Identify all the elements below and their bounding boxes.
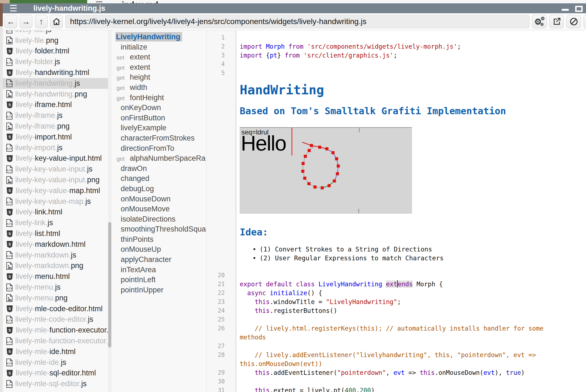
- block-button[interactable]: [566, 15, 581, 28]
- outline-item[interactable]: debugLog: [112, 184, 206, 194]
- outline-item[interactable]: changed: [112, 173, 206, 184]
- background-tab-title: index.md: [122, 0, 158, 3]
- outline-item[interactable]: pointInLeft: [112, 275, 206, 285]
- outline-item[interactable]: smoothingThresholdSqua: [112, 224, 206, 234]
- file-item[interactable]: lively-menu.png: [3, 293, 108, 303]
- outline-item[interactable]: LivelyHandwriting: [112, 32, 206, 42]
- outline-item[interactable]: setextent: [112, 52, 206, 62]
- file-item[interactable]: 5lively-menu.html: [3, 271, 108, 282]
- js-file-icon: </>: [6, 315, 13, 324]
- outline-item[interactable]: initialize: [112, 42, 206, 52]
- outline-item[interactable]: onFirstButton: [112, 113, 206, 123]
- outline-item[interactable]: drawOn: [112, 163, 206, 174]
- file-item[interactable]: lively-key-value-input.png: [3, 175, 108, 185]
- outline-item[interactable]: pointInUpper: [112, 285, 206, 295]
- file-item[interactable]: </>lively-handwriting.js: [3, 78, 108, 89]
- open-external-button[interactable]: [549, 15, 564, 28]
- sidebar-scrollbar-thumb[interactable]: [108, 222, 111, 347]
- line-number: 21: [206, 280, 236, 289]
- file-item[interactable]: 5lively-import.html: [3, 132, 108, 142]
- outline-item[interactable]: thinPoints: [112, 234, 206, 245]
- back-button[interactable]: ←: [4, 15, 17, 28]
- file-item[interactable]: lively-file.png: [3, 35, 108, 46]
- file-item[interactable]: </>lively-iframe.js: [3, 110, 108, 121]
- bottom-tick-mark: [358, 209, 359, 213]
- js-file-icon: </>: [6, 380, 13, 388]
- file-item[interactable]: 5lively-mle-ide.html: [3, 346, 108, 357]
- js-file-icon: </>: [6, 197, 13, 206]
- code-line: 5: [206, 69, 586, 77]
- file-item[interactable]: </>lively-link.js: [3, 217, 108, 228]
- img-file-icon: [6, 90, 13, 98]
- outline-item[interactable]: characterFromStrokes: [112, 133, 206, 143]
- outline-item[interactable]: isolateDirections: [112, 214, 206, 224]
- file-item[interactable]: </>lively-menu.js: [3, 282, 108, 293]
- file-item[interactable]: 5lively-link.html: [3, 207, 108, 218]
- outline-item[interactable]: directionFromTo: [112, 143, 206, 154]
- maximize-icon[interactable]: [575, 6, 583, 12]
- file-item[interactable]: 5lively-mle-code-editor.html: [3, 303, 108, 314]
- file-item[interactable]: </>lively-file.js: [3, 30, 108, 35]
- sidebar-scrollbar[interactable]: [108, 30, 112, 392]
- code-line: 24 this.registerButtons(): [206, 306, 586, 315]
- code-outline[interactable]: LivelyHandwritinginitializesetextentgete…: [112, 30, 206, 392]
- file-item[interactable]: 5lively-mle-sql-editor.html: [3, 368, 108, 379]
- file-item[interactable]: </>lively-mle-sql-editor.js: [3, 378, 108, 389]
- file-item[interactable]: </>lively-import.js: [3, 142, 108, 153]
- gears-icon: ⚙⚙⚙: [532, 15, 546, 28]
- file-item[interactable]: 5lively-iframe.html: [3, 100, 108, 110]
- outline-item[interactable]: livelyExample: [112, 123, 206, 133]
- svg-text:5: 5: [9, 102, 11, 107]
- file-item[interactable]: 5lively-list.html: [3, 228, 108, 239]
- code-line: 30: [206, 377, 586, 386]
- outline-item[interactable]: getheight: [112, 72, 206, 82]
- minimize-icon[interactable]: [562, 9, 569, 11]
- outline-item[interactable]: getwidth: [112, 82, 206, 93]
- top-tick-mark: [359, 128, 360, 132]
- window-menu-icon[interactable]: ☰: [9, 3, 17, 13]
- code-line: 3import {pt} from 'src/client/graphics.j…: [206, 51, 586, 60]
- file-item[interactable]: lively-handwriting.png: [3, 89, 108, 100]
- file-navigator[interactable]: </>lively-file.jslively-file.png5lively-…: [3, 30, 108, 392]
- file-item[interactable]: </>lively-folder.js: [3, 56, 108, 67]
- line-number: 1: [206, 33, 236, 42]
- file-item[interactable]: lively-iframe.png: [3, 121, 108, 132]
- settings-button[interactable]: ⚙⚙⚙: [532, 15, 547, 28]
- file-item[interactable]: 5lively-folder.html: [3, 46, 108, 57]
- url-bar[interactable]: https://lively-kernel.org/lively4/lively…: [65, 15, 530, 28]
- svg-text:</>: </>: [7, 30, 12, 32]
- outline-item[interactable]: onMouseMove: [112, 204, 206, 214]
- window-titlebar[interactable]: ☰ lively-handwriting.js: [3, 3, 586, 13]
- file-item[interactable]: 5lively-mle-function-executor.h: [3, 325, 108, 336]
- outline-item[interactable]: onMouseDown: [112, 194, 206, 204]
- outline-item[interactable]: getalphaNumberSpaceRa: [112, 153, 206, 163]
- file-item[interactable]: </>lively-mle-ide.js: [3, 357, 108, 368]
- home-button[interactable]: [50, 15, 63, 28]
- file-item[interactable]: 5lively-key-value-map.html: [3, 185, 108, 196]
- js-file-icon: </>: [6, 358, 13, 367]
- file-item[interactable]: </>lively-key-value-input.js: [3, 164, 108, 175]
- outline-item[interactable]: applyCharacter: [112, 255, 206, 265]
- outline-item[interactable]: onKeyDown: [112, 103, 206, 113]
- file-item[interactable]: </>lively-key-value-map.js: [3, 196, 108, 207]
- file-item[interactable]: </>lively-mle-function-executor.js: [3, 336, 108, 346]
- svg-text:5: 5: [9, 306, 11, 311]
- up-button[interactable]: ↑: [35, 15, 48, 28]
- js-file-icon: </>: [6, 337, 13, 345]
- file-item[interactable]: lively-markdown.png: [3, 261, 108, 271]
- file-item[interactable]: </>lively-mle-code-editor.js: [3, 314, 108, 325]
- svg-text:</>: </>: [7, 362, 12, 365]
- clipped-toolbar-button[interactable]: [584, 15, 586, 28]
- outline-item[interactable]: getfontHeight: [112, 93, 206, 103]
- file-item[interactable]: 5lively-key-value-input.html: [3, 153, 108, 164]
- outline-item[interactable]: inTextArea: [112, 265, 206, 275]
- outline-item[interactable]: getextent: [112, 62, 206, 72]
- code-pane[interactable]: 12import Morph from 'src/components/widg…: [206, 30, 586, 392]
- code-editor[interactable]: 12import Morph from 'src/components/widg…: [206, 30, 586, 392]
- forward-button[interactable]: →: [20, 15, 32, 28]
- outline-item[interactable]: onMouseUp: [112, 244, 206, 255]
- file-item[interactable]: </>lively-markdown.js: [3, 250, 108, 261]
- file-item[interactable]: 5lively-handwriting.html: [3, 67, 108, 78]
- file-item[interactable]: 5lively-markdown.html: [3, 239, 108, 250]
- block-icon: [569, 17, 578, 26]
